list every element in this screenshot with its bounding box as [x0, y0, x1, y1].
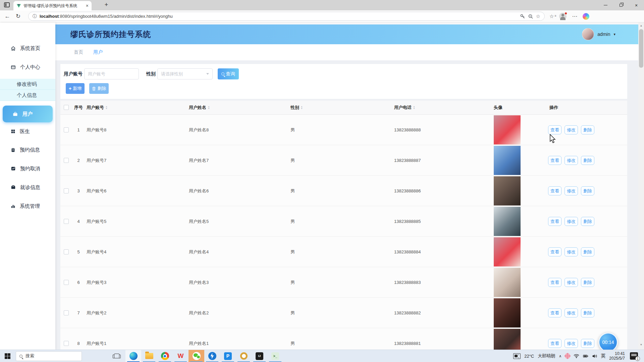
sort-icons[interactable]: ▲▼ [413, 106, 415, 110]
taskbar-idea-icon[interactable]: IJ [252, 350, 267, 362]
language-indicator[interactable]: 英 [601, 353, 605, 359]
edit-button[interactable]: 修改 [565, 308, 578, 317]
sidebar-item-personal-info[interactable]: 个人信息 [0, 90, 55, 101]
notification-center-icon[interactable]: 1 [630, 352, 638, 360]
battery-icon[interactable] [583, 354, 588, 358]
new-tab-button[interactable]: + [102, 1, 110, 8]
taskbar-explorer-icon[interactable] [141, 350, 157, 362]
tab-workspaces-icon[interactable] [4, 2, 10, 7]
sidebar-item-change-password[interactable]: 修改密码 [0, 79, 55, 90]
edit-button[interactable]: 修改 [565, 278, 578, 287]
edit-button[interactable]: 修改 [565, 125, 578, 134]
favorites-bar-icon[interactable]: ☆≡ [549, 13, 554, 19]
edit-button[interactable]: 修改 [565, 339, 578, 348]
header-name[interactable]: 用户姓名▲▼ [187, 105, 289, 111]
weather-temp[interactable]: 22°C [524, 354, 534, 359]
edit-button[interactable]: 修改 [565, 247, 578, 256]
password-key-icon[interactable] [520, 14, 525, 19]
scroll-up-arrow[interactable]: ▲ [638, 23, 644, 28]
bookmark-star-icon[interactable]: ☆ [536, 13, 540, 19]
sidebar-item-doctors[interactable]: 医生 [0, 126, 55, 136]
row-checkbox[interactable] [64, 158, 69, 163]
sidebar-item-appointments[interactable]: 预约信息 [0, 145, 55, 155]
row-delete-button[interactable]: 删除 [581, 308, 594, 317]
header-account[interactable]: 用户账号▲▼ [85, 105, 187, 111]
edit-button[interactable]: 修改 [565, 186, 578, 195]
view-button[interactable]: 查看 [548, 247, 561, 256]
view-button[interactable]: 查看 [548, 278, 561, 287]
scroll-down-arrow[interactable]: ▼ [638, 342, 644, 348]
edit-button[interactable]: 修改 [565, 156, 578, 165]
sidebar-item-home[interactable]: 系统首页 [0, 43, 55, 53]
add-button[interactable]: + 新增 [66, 83, 85, 94]
row-checkbox[interactable] [64, 127, 69, 132]
taskbar-search[interactable]: 搜索 [16, 351, 82, 361]
minimize-button[interactable] [598, 0, 613, 10]
row-checkbox[interactable] [64, 188, 69, 193]
sidebar-item-visits[interactable]: 就诊信息 [0, 182, 55, 192]
row-checkbox[interactable] [64, 280, 69, 285]
taskbar-chrome-icon[interactable] [157, 350, 173, 362]
breadcrumb-current[interactable]: 用户 [93, 49, 103, 55]
site-info-icon[interactable]: ⓘ [33, 13, 37, 19]
browser-menu-icon[interactable]: ⋯ [572, 13, 577, 19]
start-button[interactable] [5, 353, 10, 359]
select-all-checkbox[interactable] [64, 105, 69, 110]
row-delete-button[interactable]: 删除 [581, 186, 594, 195]
close-window-button[interactable]: × [629, 0, 644, 10]
sidebar-item-cancellations[interactable]: 预约取消 [0, 164, 55, 174]
row-checkbox[interactable] [64, 249, 69, 254]
row-checkbox[interactable] [64, 341, 69, 346]
sort-icons[interactable]: ▲▼ [105, 106, 108, 110]
view-button[interactable]: 查看 [548, 186, 561, 195]
taskbar-qianniu-icon[interactable] [236, 350, 252, 362]
row-delete-button[interactable]: 删除 [581, 339, 594, 348]
refresh-icon[interactable]: ↻ [13, 13, 23, 20]
weather-desc[interactable]: 大部晴朗 [538, 353, 555, 359]
recording-timer-badge[interactable]: 00:14 [598, 333, 618, 352]
scrollbar-thumb[interactable] [639, 29, 643, 68]
address-bar[interactable]: ⓘ localhost:8080/springboot48u6wm15/admi… [28, 12, 545, 21]
wifi-icon[interactable] [574, 354, 579, 358]
edit-button[interactable]: 修改 [565, 217, 578, 226]
taskbar-edge-icon[interactable] [125, 350, 141, 362]
view-button[interactable]: 查看 [548, 339, 561, 348]
taskbar-terminal-icon[interactable]: >_ [267, 350, 283, 362]
tray-app-flower-icon[interactable] [567, 355, 569, 357]
copilot-icon[interactable] [583, 13, 589, 20]
view-button[interactable]: 查看 [548, 125, 561, 134]
taskbar-clock[interactable]: 10:41 2025/5/7 [609, 351, 625, 361]
sidebar-item-users-active[interactable]: 用户 [3, 106, 53, 122]
row-delete-button[interactable]: 删除 [581, 156, 594, 165]
row-delete-button[interactable]: 删除 [581, 247, 594, 256]
row-delete-button[interactable]: 删除 [581, 217, 594, 226]
zoom-out-icon[interactable] [528, 14, 533, 19]
view-button[interactable]: 查看 [548, 156, 561, 165]
row-checkbox[interactable] [64, 219, 69, 224]
browser-profile-icon[interactable] [559, 13, 567, 20]
task-view-icon[interactable] [114, 354, 119, 358]
tray-expand-icon[interactable]: ∧ [559, 354, 561, 358]
view-button[interactable]: 查看 [548, 308, 561, 317]
sort-icons[interactable]: ▲▼ [208, 106, 210, 110]
row-checkbox[interactable] [64, 310, 69, 315]
sort-icons[interactable]: ▲▼ [301, 106, 303, 110]
sidebar-item-profile-center[interactable]: 个人中心 [0, 62, 55, 72]
page-scrollbar[interactable]: ▲ ▼ [638, 22, 644, 350]
header-phone[interactable]: 用户电话▲▼ [393, 105, 492, 111]
sidebar-item-system-admin[interactable]: 系统管理 [0, 201, 55, 211]
row-delete-button[interactable]: 删除 [581, 125, 594, 134]
delete-selected-button[interactable]: 删除 [89, 83, 109, 94]
header-gender[interactable]: 性别▲▼ [289, 105, 393, 111]
tab-close-icon[interactable]: × [86, 3, 89, 8]
breadcrumb-home[interactable]: 首页 [74, 49, 83, 55]
admin-menu[interactable]: admin ▾ [582, 28, 615, 40]
speaker-icon[interactable] [592, 354, 597, 358]
browser-tab[interactable]: 管理端-缪氏诊所预约挂号系统 × [13, 1, 92, 10]
taskbar-thunder-icon[interactable] [204, 350, 220, 362]
view-button[interactable]: 查看 [548, 217, 561, 226]
taskbar-pycharm-icon[interactable]: P [220, 350, 236, 362]
row-delete-button[interactable]: 删除 [581, 278, 594, 287]
weather-widget-icon[interactable] [513, 353, 521, 359]
taskbar-wps-icon[interactable]: W [173, 350, 189, 362]
